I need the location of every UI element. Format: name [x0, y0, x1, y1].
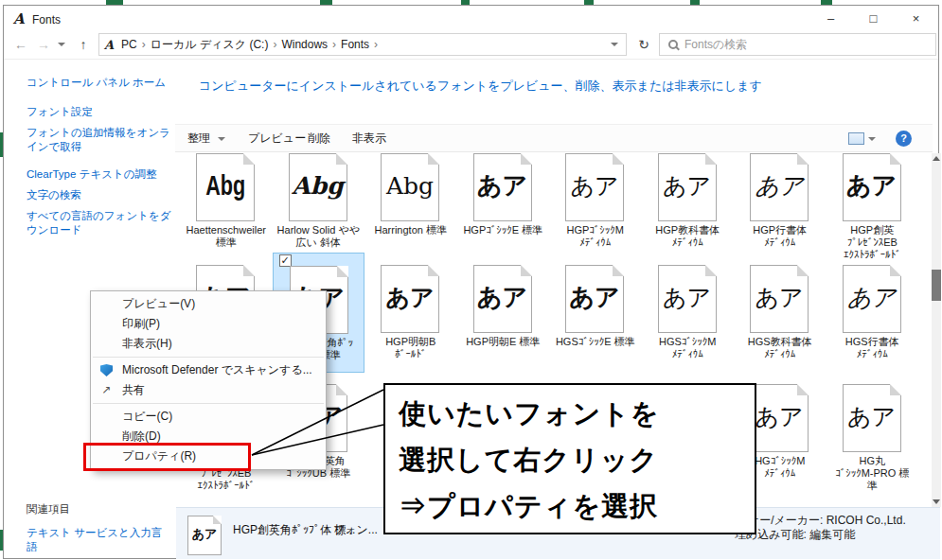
page-fold	[890, 265, 901, 276]
close-button[interactable]: ×	[895, 6, 937, 31]
font-name-label: Haettenschweiler標準	[180, 224, 273, 249]
font-preview-glyph: あア	[846, 169, 897, 202]
font-tile[interactable]: あアHGPｺﾞｼｯｸE 標準	[457, 141, 550, 261]
font-preview-glyph: あア	[755, 401, 803, 432]
page-fold	[613, 153, 624, 165]
address-dropdown-icon[interactable]	[611, 43, 618, 46]
page-description: コンピューターにインストールされているフォントをプレビュー、削除、表示または非表…	[199, 78, 923, 95]
font-tile[interactable]: あアHGSｺﾞｼｯｸMﾒﾃﾞｨｳﾑ	[642, 253, 735, 373]
font-file-icon: あア	[843, 153, 901, 221]
related-items-header: 関連項目	[27, 502, 70, 516]
page-fold	[336, 153, 347, 165]
font-file-icon: あア	[750, 153, 809, 221]
minimize-button[interactable]: –	[809, 6, 852, 31]
forward-button[interactable]: →	[32, 33, 55, 56]
context-menu-item[interactable]: コピー(C)	[91, 407, 326, 427]
breadcrumb-separator: ›	[329, 38, 339, 51]
page-fold	[521, 265, 532, 276]
page-fold	[243, 265, 255, 276]
font-file-icon: あア	[843, 265, 901, 333]
breadcrumb-separator: ›	[371, 38, 381, 51]
font-tile[interactable]: AbgHarlow Solid やや広い 斜体	[273, 141, 365, 261]
font-tile[interactable]: AbgHaettenschweiler標準	[180, 141, 273, 261]
font-tile[interactable]: あアHGS行書体ﾒﾃﾞｨｳﾑ	[826, 253, 919, 373]
sidebar-link[interactable]: フォント設定	[27, 105, 172, 119]
context-menu-item[interactable]: 印刷(P)	[91, 314, 326, 334]
font-tile[interactable]: あアHGSｺﾞｼｯｸE 標準	[549, 253, 642, 373]
sidebar-link[interactable]: 文字の検索	[27, 188, 172, 202]
font-preview-glyph: Abg	[292, 172, 343, 200]
page-fold	[797, 153, 809, 165]
font-file-icon: あア	[843, 384, 901, 452]
sidebar-link[interactable]: コントロール パネル ホーム	[27, 76, 172, 90]
refresh-button[interactable]: ↻	[632, 33, 655, 56]
font-name-label: HGP明朝Bﾎﾞｰﾙﾄﾞ	[364, 336, 457, 360]
breadcrumb-item[interactable]: ローカル ディスク (C:)	[149, 37, 271, 53]
context-menu-item[interactable]: Microsoft Defender でスキャンする...	[91, 360, 326, 380]
context-menu-item[interactable]: プレビュー(V)	[91, 294, 326, 314]
up-button[interactable]: ↑	[72, 33, 95, 56]
breadcrumb-item[interactable]: Windows	[279, 38, 329, 51]
fonts-app-icon: A	[13, 10, 25, 27]
font-name-label: HGP行書体ﾒﾃﾞｨｳﾑ	[734, 224, 826, 249]
font-tile[interactable]: あアHG丸ｺﾞｼｯｸM-PRO 標準	[826, 372, 919, 492]
font-name-label: HGS行書体ﾒﾃﾞｨｳﾑ	[826, 336, 919, 360]
scrollbar-thumb[interactable]	[932, 270, 941, 301]
back-button[interactable]: ←	[9, 33, 32, 56]
recent-locations-chevron-icon[interactable]	[58, 43, 65, 46]
font-tile[interactable]: あアHGP明朝E 標準	[457, 253, 550, 373]
sidebar-link[interactable]: テキスト サービスと入力言語	[27, 526, 172, 554]
navigation-bar: ← → ↑ A PC›ローカル ディスク (C:)›Windows›Fonts›…	[4, 32, 938, 60]
font-name-label: HGP教科書体ﾒﾃﾞｨｳﾑ	[642, 224, 735, 249]
page-fold	[243, 153, 255, 165]
scroll-down-icon[interactable]	[933, 499, 940, 504]
breadcrumb-item[interactable]: Fonts	[339, 38, 371, 51]
page-fold	[797, 384, 809, 395]
font-tile[interactable]: あアHGPｺﾞｼｯｸMﾒﾃﾞｨｳﾑ	[549, 141, 642, 261]
search-input[interactable]	[683, 37, 935, 52]
font-preview-glyph: あア	[663, 170, 711, 201]
font-preview-glyph: あア	[569, 281, 619, 314]
context-menu-item[interactable]: ↗共有	[91, 380, 326, 400]
font-tile[interactable]: あアHGP行書体ﾒﾃﾞｨｳﾑ	[734, 141, 826, 261]
font-preview-glyph: あア	[477, 281, 527, 314]
selected-font-type: フォン...	[333, 522, 378, 538]
font-file-icon: あア	[381, 265, 439, 333]
font-name-label: Harrington 標準	[364, 224, 457, 236]
font-tile[interactable]: AbgHarrington 標準	[364, 141, 457, 261]
maximize-button[interactable]: □	[852, 6, 895, 31]
page-fold	[336, 384, 347, 395]
font-file-icon: あア	[473, 153, 532, 221]
font-name-label: HG丸ｺﾞｼｯｸM-PRO 標準	[826, 455, 919, 492]
breadcrumb-item[interactable]: PC	[119, 38, 139, 51]
font-file-icon: あア	[658, 153, 717, 221]
annotation-line: 使いたいフォントを	[399, 391, 755, 437]
font-tile[interactable]: あアHGP明朝Bﾎﾞｰﾙﾄﾞ	[364, 253, 457, 373]
font-name-label: HGP明朝E 標準	[457, 336, 550, 348]
font-tile[interactable]: あアHGP教科書体ﾒﾃﾞｨｳﾑ	[642, 141, 735, 261]
font-tile[interactable]: あアHGP創英ﾌﾟﾚｾﾞﾝｽEBｴｸｽﾄﾗﾎﾞｰﾙﾄﾞ	[826, 141, 919, 261]
breadcrumb-separator: ›	[139, 38, 149, 51]
font-preview-glyph: Abg	[205, 169, 245, 201]
font-tile[interactable]: あアHGS教科書体ﾒﾃﾞｨｳﾑ	[734, 253, 826, 373]
sidebar-link[interactable]: ClearType テキストの調整	[27, 167, 172, 182]
page-fold	[428, 153, 439, 165]
annotation-box: 使いたいフォントを 選択して右クリック ⇒プロパティを選択	[383, 383, 756, 534]
font-preview-glyph: あア	[755, 170, 803, 201]
page-fold	[705, 265, 717, 276]
sidebar-link[interactable]: すべての言語のフォントをダウンロード	[27, 209, 172, 237]
vertical-scrollbar[interactable]	[932, 153, 941, 507]
font-file-icon: あア	[565, 153, 624, 221]
font-name-label: Harlow Solid やや広い 斜体	[273, 224, 365, 249]
page-fold	[213, 516, 222, 524]
sidebar-link[interactable]: フォントの追加情報をオンラインで取得	[27, 126, 172, 154]
page-fold	[890, 153, 901, 165]
search-box[interactable]	[659, 33, 936, 56]
context-menu-item[interactable]: 非表示(H)	[91, 334, 326, 354]
font-preview-glyph: Abg	[386, 172, 434, 200]
scroll-up-icon[interactable]	[933, 156, 940, 161]
page-fold	[428, 265, 439, 276]
page-fold	[705, 153, 717, 165]
font-name-label: HGPｺﾞｼｯｸMﾒﾃﾞｨｳﾑ	[549, 224, 642, 249]
address-bar[interactable]: A PC›ローカル ディスク (C:)›Windows›Fonts›	[98, 33, 627, 56]
